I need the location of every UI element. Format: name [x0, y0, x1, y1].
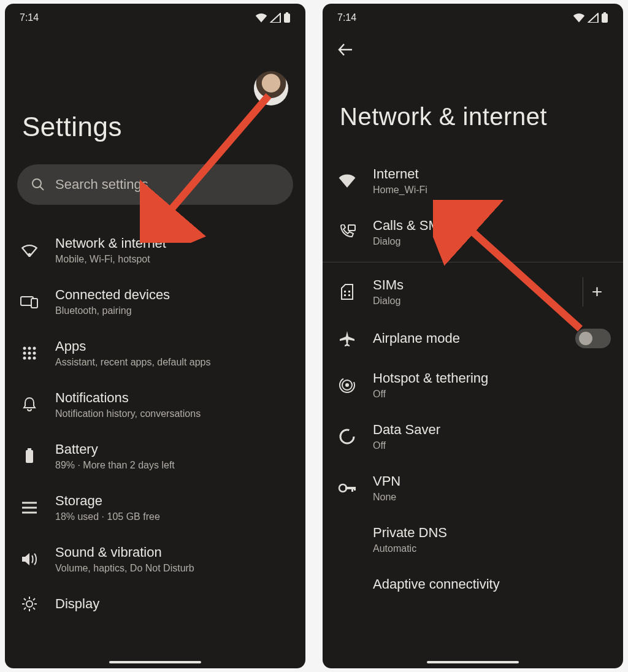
svg-line-28 [24, 608, 26, 609]
item-title: Internet [373, 166, 611, 182]
item-data-saver[interactable]: Data SaverOff [323, 411, 623, 462]
item-title: Hotspot & tethering [373, 370, 611, 386]
devices-icon [20, 295, 39, 308]
network-list: InternetHome_Wi-Fi Calls & SMSDialog SIM… [323, 155, 623, 603]
svg-point-9 [33, 347, 36, 350]
item-sub: Mobile, Wi-Fi, hotspot [55, 254, 293, 265]
item-connected-devices[interactable]: Connected devicesBluetooth, pairing [5, 276, 305, 327]
wifi-fill-icon [338, 174, 356, 188]
svg-point-41 [340, 430, 354, 443]
divider [323, 262, 623, 262]
item-sub: Assistant, recent apps, default apps [55, 357, 293, 368]
wifi-status-icon [255, 13, 267, 23]
svg-rect-35 [348, 291, 350, 292]
airplane-icon [339, 330, 356, 347]
svg-point-15 [33, 357, 36, 360]
item-title: Storage [55, 493, 293, 509]
avatar[interactable] [254, 71, 288, 105]
airplane-toggle[interactable] [575, 329, 611, 348]
svg-rect-1 [286, 12, 288, 14]
svg-line-26 [24, 598, 26, 600]
svg-point-12 [33, 352, 36, 355]
item-private-dns[interactable]: Private DNSAutomatic [323, 514, 623, 565]
bell-icon [22, 397, 37, 413]
status-icons [573, 12, 608, 23]
svg-rect-0 [284, 13, 290, 23]
settings-list: Network & internetMobile, Wi-Fi, hotspot… [5, 224, 305, 623]
status-icons [255, 12, 291, 23]
svg-rect-6 [31, 299, 37, 308]
wifi-status-icon [573, 13, 585, 23]
home-indicator[interactable] [427, 661, 519, 663]
item-sub: Volume, haptics, Do Not Disturb [55, 563, 293, 574]
item-title: Airplane mode [373, 330, 562, 346]
item-storage[interactable]: Storage18% used · 105 GB free [5, 482, 305, 533]
settings-screen: 7:14 Settings Search settings Network & … [5, 4, 305, 668]
status-time: 7:14 [20, 12, 39, 23]
calls-icon [339, 224, 356, 240]
svg-rect-45 [354, 487, 356, 491]
page-title: Settings [5, 112, 305, 164]
back-button[interactable] [323, 28, 623, 58]
svg-rect-34 [344, 291, 346, 292]
item-airplane-mode[interactable]: Airplane mode [323, 318, 623, 359]
apps-icon [22, 346, 37, 361]
item-display[interactable]: Display [5, 585, 305, 623]
item-calls-sms[interactable]: Calls & SMSDialog [323, 207, 623, 258]
svg-point-10 [23, 352, 26, 355]
svg-rect-36 [344, 294, 346, 296]
item-sub: Bluetooth, pairing [55, 305, 293, 316]
item-sound-vibration[interactable]: Sound & vibrationVolume, haptics, Do Not… [5, 533, 305, 585]
item-title: VPN [373, 473, 611, 489]
svg-point-8 [28, 347, 31, 350]
item-sub: Notification history, conversations [55, 408, 293, 419]
svg-point-7 [23, 347, 26, 350]
item-internet[interactable]: InternetHome_Wi-Fi [323, 155, 623, 207]
svg-point-38 [345, 383, 349, 387]
item-vpn[interactable]: VPNNone [323, 462, 623, 514]
item-hotspot-tethering[interactable]: Hotspot & tetheringOff [323, 359, 623, 411]
svg-point-2 [33, 179, 41, 188]
home-indicator[interactable] [109, 661, 201, 663]
item-title: Network & internet [55, 235, 293, 251]
svg-rect-31 [602, 13, 608, 23]
svg-rect-37 [348, 294, 350, 296]
item-sub: Off [373, 389, 611, 400]
item-sub: 18% used · 105 GB free [55, 511, 293, 522]
wifi-icon [21, 243, 38, 257]
signal-icon [588, 13, 599, 23]
search-settings[interactable]: Search settings [17, 164, 293, 205]
svg-rect-33 [348, 225, 355, 231]
network-internet-screen: 7:14 Network & internet InternetHome_Wi-… [323, 4, 623, 668]
search-icon [31, 177, 45, 192]
item-battery[interactable]: Battery89% · More than 2 days left [5, 430, 305, 482]
item-adaptive-connectivity[interactable]: Adaptive connectivity [323, 565, 623, 603]
display-icon [21, 596, 37, 612]
item-sims[interactable]: SIMsDialog + [323, 266, 623, 318]
plus-icon: + [592, 281, 603, 302]
search-placeholder: Search settings [55, 177, 148, 193]
item-notifications[interactable]: NotificationsNotification history, conve… [5, 379, 305, 430]
item-title: Adaptive connectivity [373, 576, 611, 592]
datasaver-icon [339, 428, 356, 445]
svg-line-3 [40, 186, 44, 190]
status-bar: 7:14 [5, 4, 305, 28]
svg-rect-32 [603, 12, 606, 14]
item-title: Battery [55, 441, 293, 457]
signal-icon [270, 13, 281, 23]
item-title: Calls & SMS [373, 218, 611, 234]
item-title: Connected devices [55, 287, 293, 303]
item-sub: Dialog [373, 296, 569, 307]
item-title: Notifications [55, 390, 293, 406]
item-apps[interactable]: AppsAssistant, recent apps, default apps [5, 327, 305, 379]
item-title: Display [55, 596, 293, 612]
vpn-icon [338, 483, 356, 494]
add-sim-button[interactable]: + [583, 277, 611, 307]
item-network-internet[interactable]: Network & internetMobile, Wi-Fi, hotspot [5, 224, 305, 276]
svg-rect-17 [28, 448, 31, 451]
svg-point-14 [28, 357, 31, 360]
svg-point-13 [23, 357, 26, 360]
item-sub: Off [373, 440, 611, 451]
page-title: Network & internet [323, 58, 623, 155]
item-title: Sound & vibration [55, 544, 293, 560]
